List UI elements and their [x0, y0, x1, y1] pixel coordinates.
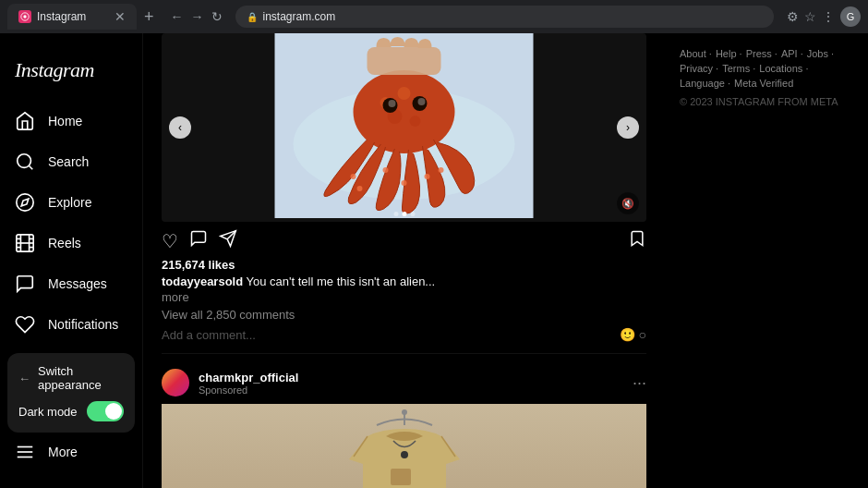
svg-point-33: [425, 174, 430, 179]
post-image-1: [162, 33, 646, 218]
back-button[interactable]: ←: [171, 9, 184, 24]
reels-icon: [15, 233, 35, 253]
more-icon: [15, 442, 35, 462]
forward-button[interactable]: →: [191, 9, 204, 24]
tab-title: Instagram: [37, 10, 86, 23]
post-likes: 215,674 likes: [162, 256, 646, 274]
active-tab[interactable]: Instagram ✕: [7, 4, 137, 30]
post-caption: todayyearsold You can't tell me this isn…: [162, 274, 646, 290]
footer-press[interactable]: Press: [746, 48, 778, 59]
explore-label: Explore: [48, 195, 91, 210]
svg-rect-39: [368, 47, 441, 75]
post-prev-button[interactable]: ‹: [169, 116, 191, 139]
view-comments-button[interactable]: View all 2,850 comments: [162, 308, 646, 322]
menu-button[interactable]: ⋮: [822, 9, 835, 24]
address-bar[interactable]: 🔒 instagram.com: [235, 6, 774, 28]
post-media-1: ‹ › 🔇: [162, 33, 646, 222]
address-text: instagram.com: [263, 10, 336, 23]
sidebar-item-reels[interactable]: Reels: [0, 224, 142, 262]
svg-point-45: [401, 451, 408, 458]
footer-terms[interactable]: Terms: [722, 63, 755, 74]
post-username-2[interactable]: charmkpr_official: [199, 371, 623, 384]
post-2-ad: charmkpr_official Sponsored ···: [162, 361, 646, 488]
browser-actions: ⚙ ☆ ⋮ G: [787, 6, 861, 27]
new-tab-button[interactable]: +: [140, 7, 158, 27]
comment-emoji-area: 🙂 ○: [620, 327, 646, 342]
post-sponsored-2: Sponsored: [199, 384, 623, 396]
footer-locations[interactable]: Locations: [759, 63, 808, 74]
post-options-2[interactable]: ···: [633, 373, 646, 393]
footer-about[interactable]: About: [680, 48, 712, 59]
dark-mode-row: Dark mode: [18, 401, 124, 421]
reels-label: Reels: [48, 236, 81, 250]
appearance-header: ← Switch appearance: [18, 364, 124, 392]
sidebar-item-more[interactable]: More: [0, 433, 142, 471]
toggle-knob: [105, 403, 122, 420]
post-user-info-2: charmkpr_official Sponsored: [199, 371, 623, 396]
search-icon: [15, 152, 35, 172]
like-button[interactable]: ♡: [162, 230, 178, 252]
svg-point-32: [402, 180, 407, 186]
app-layout: Instagram Home Searc: [0, 33, 868, 488]
feed: ‹ › 🔇 ♡: [143, 33, 665, 488]
post-avatar-2: [162, 369, 189, 396]
caption-username[interactable]: todayyearsold: [162, 274, 243, 288]
svg-point-2: [18, 154, 31, 168]
appearance-title: Switch appearance: [38, 364, 124, 392]
footer-meta-verified[interactable]: Meta Verified: [734, 78, 793, 89]
explore-icon: [15, 192, 35, 213]
home-icon: [15, 111, 35, 131]
refresh-button[interactable]: ↻: [211, 9, 223, 24]
sidebar: Instagram Home Searc: [0, 33, 143, 488]
share-button[interactable]: [219, 229, 237, 252]
comment-button[interactable]: [189, 229, 208, 252]
footer-help[interactable]: Help: [716, 48, 742, 59]
notifications-icon: [15, 314, 35, 335]
sidebar-item-messages[interactable]: Messages: [0, 264, 142, 303]
volume-button[interactable]: 🔇: [617, 192, 639, 214]
messages-label: Messages: [48, 276, 107, 291]
sidebar-item-home[interactable]: Home: [0, 102, 142, 140]
footer-privacy[interactable]: Privacy: [680, 63, 718, 74]
caption-text: You can't tell me this isn't an alien...: [247, 274, 436, 288]
svg-point-1: [23, 15, 26, 18]
appearance-back-button[interactable]: ←: [18, 372, 30, 385]
footer-jobs[interactable]: Jobs: [807, 48, 834, 59]
browser-chrome: Instagram ✕ + ← → ↻ 🔒 instagram.com ⚙ ☆ …: [0, 0, 868, 33]
footer-api[interactable]: API: [781, 48, 803, 59]
home-label: Home: [48, 114, 82, 128]
post-more-button[interactable]: more: [162, 290, 646, 304]
svg-point-25: [398, 87, 411, 100]
dot-3: [410, 212, 415, 216]
dot-2: [402, 212, 406, 216]
bookmark-button[interactable]: [628, 229, 646, 252]
sidebar-item-notifications[interactable]: Notifications: [0, 305, 142, 344]
dark-mode-toggle[interactable]: [87, 401, 124, 421]
footer-links: About Help Press API Jobs Privacy Terms …: [680, 48, 853, 89]
post-1: ‹ › 🔇 ♡: [162, 33, 646, 354]
post-next-button[interactable]: ›: [617, 116, 639, 139]
bookmark-button[interactable]: ☆: [804, 9, 816, 24]
chrome-profile-button[interactable]: G: [840, 6, 861, 27]
sidebar-item-search[interactable]: Search: [0, 142, 142, 181]
emoji-button-2[interactable]: ○: [639, 327, 646, 342]
tab-close-button[interactable]: ✕: [115, 9, 126, 24]
dark-mode-label: Dark mode: [18, 405, 78, 419]
comment-placeholder[interactable]: Add a comment...: [162, 328, 612, 342]
more-label: More: [48, 445, 78, 459]
sidebar-item-explore[interactable]: Explore: [0, 183, 142, 222]
footer-copyright: © 2023 INSTAGRAM FROM META: [680, 96, 853, 107]
svg-point-28: [410, 116, 421, 127]
tab-favicon: [18, 10, 31, 23]
svg-point-37: [389, 100, 396, 107]
post-actions-1: ♡: [162, 222, 646, 256]
extensions-button[interactable]: ⚙: [787, 9, 799, 24]
appearance-panel: ← Switch appearance Dark mode: [7, 353, 135, 433]
post-header-2: charmkpr_official Sponsored ···: [162, 361, 646, 404]
footer-language[interactable]: Language: [680, 78, 730, 89]
right-panel: About Help Press API Jobs Privacy Terms …: [665, 33, 868, 488]
svg-rect-44: [391, 469, 411, 485]
instagram-wordmark: Instagram: [15, 58, 94, 81]
emoji-button-1[interactable]: 🙂: [620, 327, 635, 342]
tab-bar: Instagram ✕ +: [7, 4, 158, 30]
